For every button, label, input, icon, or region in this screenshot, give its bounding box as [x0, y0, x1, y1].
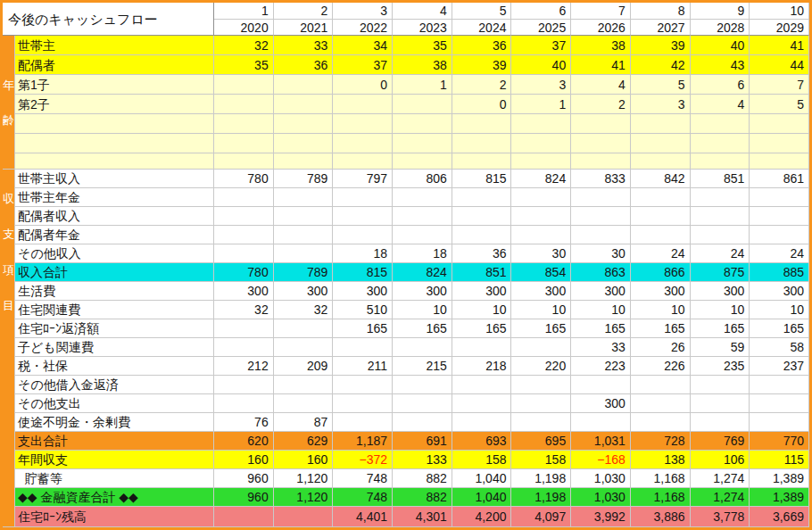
table-cell[interactable]	[274, 114, 334, 134]
header-period-cell[interactable]: 8	[631, 3, 691, 20]
table-cell[interactable]: 1,198	[511, 469, 571, 488]
table-cell[interactable]	[274, 207, 334, 226]
table-cell[interactable]: 300	[750, 282, 809, 301]
table-cell[interactable]	[571, 114, 631, 134]
table-cell[interactable]	[274, 134, 334, 153]
table-cell[interactable]: 24	[631, 244, 691, 263]
table-cell[interactable]	[750, 394, 809, 413]
table-cell[interactable]	[511, 153, 571, 170]
table-cell[interactable]	[452, 376, 512, 394]
table-cell[interactable]: 806	[393, 170, 452, 188]
header-year-cell[interactable]: 2022	[333, 20, 393, 36]
table-cell[interactable]	[631, 394, 691, 413]
table-cell[interactable]	[214, 75, 274, 95]
table-cell[interactable]: 4	[571, 75, 631, 95]
table-cell[interactable]	[333, 153, 393, 170]
table-cell[interactable]: 165	[511, 319, 571, 338]
table-cell[interactable]	[274, 507, 334, 527]
table-cell[interactable]	[511, 376, 571, 394]
table-cell[interactable]	[452, 413, 512, 432]
table-cell[interactable]	[511, 413, 571, 432]
table-cell[interactable]: 37	[333, 55, 393, 75]
table-cell[interactable]	[214, 376, 274, 394]
table-cell[interactable]: 160	[214, 451, 274, 469]
table-cell[interactable]: 4,401	[333, 507, 393, 527]
table-cell[interactable]: 3	[511, 75, 571, 95]
table-cell[interactable]: 300	[571, 394, 631, 413]
table-cell[interactable]	[750, 413, 809, 432]
table-cell[interactable]	[274, 338, 334, 357]
table-cell[interactable]	[214, 394, 274, 413]
row-label[interactable]: 子ども関連費	[15, 338, 214, 357]
row-label[interactable]	[15, 134, 214, 153]
table-cell[interactable]	[571, 153, 631, 170]
table-cell[interactable]: 165	[691, 319, 750, 338]
table-cell[interactable]	[274, 153, 334, 170]
table-cell[interactable]	[691, 188, 750, 207]
table-cell[interactable]: 0	[452, 95, 512, 114]
table-cell[interactable]	[691, 134, 750, 153]
table-cell[interactable]	[214, 134, 274, 153]
table-cell[interactable]	[393, 153, 452, 170]
table-cell[interactable]	[214, 244, 274, 263]
table-cell[interactable]: 770	[750, 432, 809, 451]
table-cell[interactable]	[333, 394, 393, 413]
table-cell[interactable]	[511, 207, 571, 226]
table-cell[interactable]: 3,886	[631, 507, 691, 527]
table-cell[interactable]: 691	[393, 432, 452, 451]
header-period-cell[interactable]: 6	[511, 3, 571, 20]
row-label[interactable]: その他収入	[15, 244, 214, 263]
table-cell[interactable]	[571, 188, 631, 207]
table-cell[interactable]: 851	[452, 263, 512, 282]
table-cell[interactable]: 2	[452, 75, 512, 95]
table-cell[interactable]: 30	[571, 244, 631, 263]
table-cell[interactable]: 41	[571, 55, 631, 75]
table-cell[interactable]: 300	[691, 282, 750, 301]
table-cell[interactable]: 960	[214, 488, 274, 507]
table-cell[interactable]: 10	[571, 301, 631, 319]
table-cell[interactable]: 32	[274, 301, 334, 319]
table-cell[interactable]: 3	[631, 95, 691, 114]
table-cell[interactable]	[750, 207, 809, 226]
table-cell[interactable]: 861	[750, 170, 809, 188]
table-cell[interactable]: 106	[691, 451, 750, 469]
table-cell[interactable]	[393, 134, 452, 153]
sidebar-section-expense-items[interactable]: 収支項目	[3, 170, 15, 527]
table-cell[interactable]: 212	[214, 357, 274, 376]
table-cell[interactable]: 34	[333, 36, 393, 55]
header-year-cell[interactable]: 2026	[571, 20, 631, 36]
table-cell[interactable]	[511, 226, 571, 244]
row-label[interactable]: 第2子	[15, 95, 214, 114]
table-cell[interactable]: 58	[750, 338, 809, 357]
table-cell[interactable]	[214, 338, 274, 357]
table-cell[interactable]: 38	[393, 55, 452, 75]
table-cell[interactable]: 885	[750, 263, 809, 282]
table-cell[interactable]: 26	[631, 338, 691, 357]
row-label[interactable]: 住宅ﾛｰﾝ返済額	[15, 319, 214, 338]
table-cell[interactable]: 824	[393, 263, 452, 282]
row-label[interactable]: その他支出	[15, 394, 214, 413]
table-cell[interactable]: 728	[631, 432, 691, 451]
row-label[interactable]: 生活費	[15, 282, 214, 301]
table-cell[interactable]: 160	[274, 451, 334, 469]
table-cell[interactable]: 780	[214, 263, 274, 282]
table-cell[interactable]: 1,168	[631, 469, 691, 488]
table-cell[interactable]	[333, 226, 393, 244]
table-cell[interactable]: 1,031	[571, 432, 631, 451]
table-cell[interactable]	[571, 413, 631, 432]
table-cell[interactable]	[452, 394, 512, 413]
table-cell[interactable]: 30	[511, 244, 571, 263]
table-cell[interactable]: 789	[274, 170, 334, 188]
table-cell[interactable]	[631, 207, 691, 226]
header-period-cell[interactable]: 10	[750, 3, 809, 20]
table-cell[interactable]	[214, 319, 274, 338]
table-cell[interactable]: 226	[631, 357, 691, 376]
table-cell[interactable]: 882	[393, 469, 452, 488]
table-cell[interactable]	[333, 134, 393, 153]
table-cell[interactable]: 300	[511, 282, 571, 301]
table-cell[interactable]	[452, 188, 512, 207]
table-cell[interactable]	[274, 319, 334, 338]
table-cell[interactable]	[393, 207, 452, 226]
table-cell[interactable]	[691, 153, 750, 170]
table-cell[interactable]: 43	[691, 55, 750, 75]
